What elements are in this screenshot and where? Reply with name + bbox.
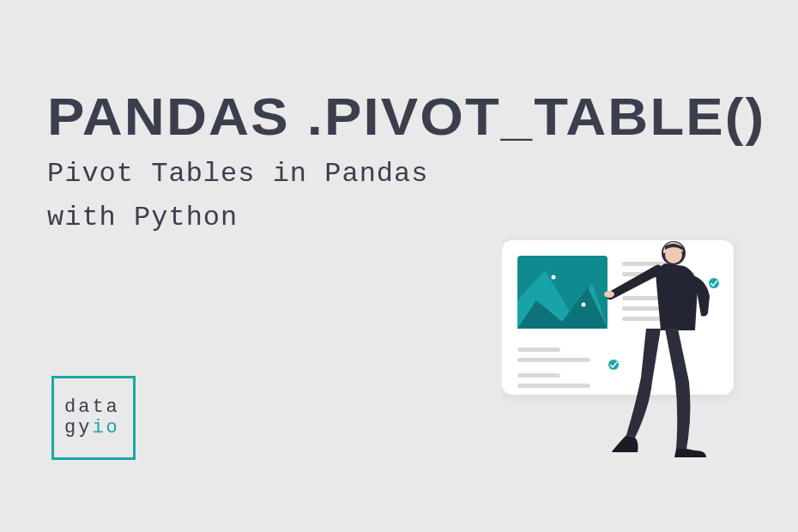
logo-io: io (92, 417, 119, 438)
svg-rect-13 (517, 373, 560, 378)
svg-point-2 (552, 275, 556, 280)
dashboard-illustration (502, 236, 751, 485)
svg-point-16 (665, 246, 682, 263)
svg-point-3 (582, 303, 586, 307)
content-block: PANDAS .PIVOT_TABLE() Pivot Tables in Pa… (47, 90, 732, 239)
logo-gy: gy (64, 417, 92, 438)
page-title: PANDAS .PIVOT_TABLE() (47, 90, 765, 143)
subtitle-line-2: with Python (47, 196, 732, 239)
svg-rect-11 (517, 358, 590, 362)
logo-text-line-2: gyio (64, 418, 120, 438)
svg-rect-14 (517, 384, 590, 388)
subtitle-line-1: Pivot Tables in Pandas (47, 152, 732, 196)
svg-point-12 (608, 360, 619, 370)
page-subtitle: Pivot Tables in Pandas with Python (47, 152, 732, 239)
datagy-logo: data gyio (51, 376, 136, 460)
svg-point-6 (709, 278, 719, 288)
logo-text-line-1: data (64, 397, 120, 418)
svg-rect-10 (517, 348, 560, 352)
svg-point-17 (604, 291, 614, 298)
